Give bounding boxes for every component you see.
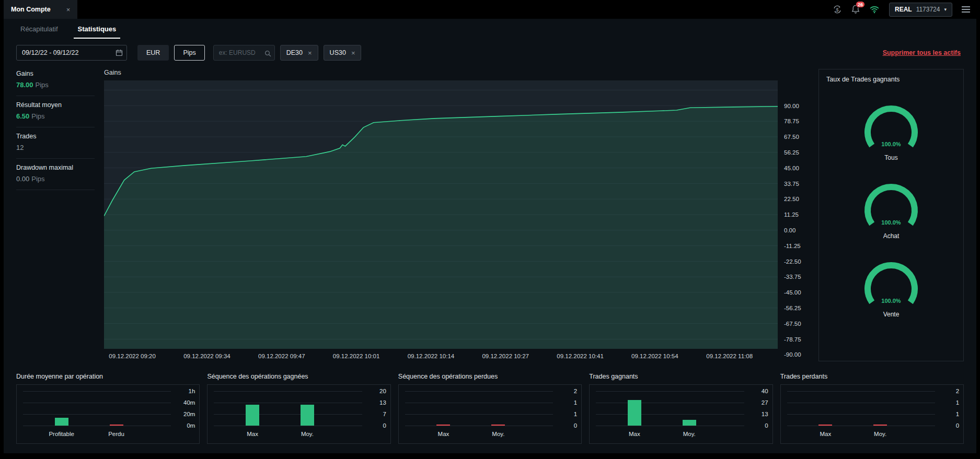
mini-x-label: Max (629, 431, 640, 437)
y-tick-label: -22.50 (784, 258, 801, 265)
mini-gridline (787, 403, 935, 403)
main-area: Gains 78.00Pips Résultat moyen 6.50Pips … (16, 69, 964, 364)
mini-y-tick: 0 (747, 422, 768, 429)
unit-button-pips[interactable]: Pips (174, 45, 204, 61)
mini-y-tick: 0 (365, 422, 386, 429)
y-tick-label: 0.00 (784, 227, 795, 233)
chip-close-icon[interactable]: × (308, 49, 312, 57)
wifi-glyph (869, 5, 880, 14)
mini-chart-box: 201370MaxMoy. (207, 384, 390, 444)
mini-gridline (405, 391, 553, 392)
gauge-label: Achat (883, 232, 900, 240)
gains-area-fill (104, 107, 778, 349)
bar-max (818, 425, 832, 426)
stat-unit: Pips (31, 112, 44, 120)
tab-statistiques[interactable]: Statistiques (74, 25, 121, 39)
chevron-down-icon: ▾ (944, 7, 947, 12)
chip-close-icon[interactable]: × (351, 49, 355, 57)
account-type: REAL (895, 6, 912, 13)
stat-resultat-moyen: Résultat moyen 6.50Pips (16, 96, 95, 127)
x-tick-label: 09.12.2022 10:14 (408, 353, 455, 359)
app-window: Mon Compte × $ 26 (4, 0, 976, 453)
mini-gridline (787, 391, 935, 392)
mini-x-label: Max (820, 431, 831, 437)
mini-gridline (596, 414, 744, 415)
mini-chart-title: Trades perdants (780, 373, 964, 380)
search-icon (264, 50, 271, 59)
window-tab-mon-compte[interactable]: Mon Compte × (4, 0, 77, 19)
bar-max (436, 425, 450, 426)
gauges-panel: Taux de Trades gagnants 100.0%Tous100.0%… (818, 69, 964, 361)
mini-chart-5: Trades perdants2110MaxMoy. (780, 373, 964, 444)
mini-x-label: Max (438, 431, 449, 437)
mini-chart-categories: MaxMoy. (596, 430, 744, 439)
mini-y-tick: 0 (556, 422, 577, 429)
mini-gridline (787, 426, 935, 426)
mini-chart-plot: 2110 (405, 391, 553, 426)
mini-chart-categories: MaxMoy. (787, 430, 935, 439)
mini-chart-box: 1h40m20m0mProfitablePerdu (16, 384, 200, 444)
money-transfer-icon[interactable]: $ (833, 5, 842, 14)
stat-value: 0.00 (16, 175, 29, 183)
calendar-icon[interactable] (116, 49, 123, 58)
mini-y-tick: 27 (747, 399, 768, 406)
asset-chip-us30[interactable]: US30 × (324, 45, 362, 61)
tab-recapitulatif[interactable]: Récapitulatif (16, 25, 62, 39)
mini-chart-1: Durée moyenne par opération1h40m20m0mPro… (16, 373, 200, 444)
gauge-value: 100.0% (881, 219, 901, 226)
stat-value: 78.00 (16, 81, 33, 89)
bar-moy (491, 425, 505, 426)
account-selector[interactable]: REAL 1173724 ▾ (889, 3, 952, 17)
gains-chart-plot[interactable] (104, 80, 778, 349)
mini-chart-2: Séquence des opérations gagnées201370Max… (207, 373, 390, 444)
chip-label: DE30 (286, 49, 303, 56)
mini-chart-categories: MaxMoy. (405, 430, 553, 439)
x-tick-label: 09.12.2022 11:08 (706, 353, 753, 359)
gauge-label: Vente (883, 311, 900, 318)
stat-label: Trades (16, 133, 95, 140)
asset-chip-de30[interactable]: DE30 × (280, 45, 318, 61)
chip-label: US30 (330, 49, 346, 56)
mini-chart-3: Séquence des opérations perdues2110MaxMo… (398, 373, 582, 444)
y-tick-label: 11.25 (784, 211, 799, 218)
gauge-arc: 100.0% (847, 105, 936, 153)
mini-chart-title: Trades gagnants (589, 373, 773, 380)
gains-chart-svg (104, 80, 778, 349)
currency-button[interactable]: EUR (137, 45, 169, 61)
stat-label: Gains (16, 70, 95, 77)
mini-y-tick: 13 (747, 411, 768, 417)
mini-x-label: Moy. (301, 431, 314, 437)
y-tick-label: 45.00 (784, 165, 799, 171)
mini-gridline (23, 403, 171, 403)
notifications-bell-icon[interactable]: 26 (851, 5, 860, 14)
mini-gridline (787, 414, 935, 415)
y-tick-label: 90.00 (784, 103, 799, 109)
stat-unit: Pips (31, 175, 44, 183)
mini-x-label: Perdu (108, 431, 124, 437)
close-icon[interactable]: × (66, 6, 71, 14)
remove-all-assets-link[interactable]: Supprimer tous les actifs (883, 49, 961, 56)
mini-chart-box: 2110MaxMoy. (780, 384, 964, 444)
mini-y-tick: 0m (174, 422, 195, 429)
mini-chart-title: Séquence des opérations gagnées (207, 373, 390, 380)
window-tab-title: Mon Compte (11, 6, 51, 13)
mini-gridline (214, 391, 362, 392)
mini-gridline (23, 414, 171, 415)
gauges-list: 100.0%Tous100.0%Achat100.0%Vente (826, 105, 956, 318)
mini-y-tick: 40 (747, 388, 768, 394)
date-range-input[interactable] (16, 45, 127, 61)
menu-icon[interactable] (962, 6, 970, 13)
mini-chart-categories: MaxMoy. (214, 430, 362, 439)
mini-x-label: Profitable (49, 431, 74, 437)
gauge-arc: 100.0% (847, 183, 936, 231)
gains-y-axis: 90.0078.7567.5056.2545.0033.7522.5011.25… (778, 96, 809, 364)
x-tick-label: 09.12.2022 09:20 (109, 353, 156, 359)
y-tick-label: 56.25 (784, 149, 799, 156)
asset-search-field (213, 45, 275, 61)
mini-x-label: Moy. (874, 431, 886, 437)
mini-y-tick: 2 (938, 388, 959, 394)
mini-gridline (214, 403, 362, 403)
y-tick-label: 33.75 (784, 181, 799, 187)
bar-moy (301, 405, 314, 426)
x-tick-label: 09.12.2022 09:47 (258, 353, 305, 359)
